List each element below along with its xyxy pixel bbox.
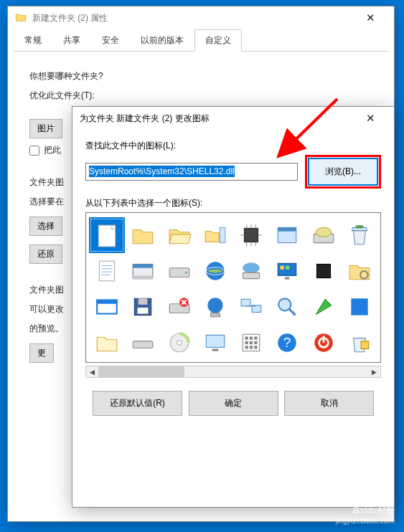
icon-black-box[interactable]	[306, 253, 342, 289]
icon-drive[interactable]	[161, 253, 197, 289]
svg-rect-33	[286, 266, 289, 270]
icon-magnifier[interactable]	[269, 289, 305, 325]
icon-network-computers[interactable]	[233, 289, 269, 325]
ok-button[interactable]: 确定	[189, 391, 278, 416]
svg-point-26	[185, 272, 187, 274]
svg-rect-13	[278, 227, 297, 231]
scroll-right-icon[interactable]: ►	[368, 366, 380, 377]
properties-title-bar: 新建文件夹 (2) 属性 ✕	[8, 6, 394, 29]
icon-drive-flat[interactable]	[125, 325, 161, 361]
icon-tree-open[interactable]	[197, 217, 233, 253]
svg-rect-65	[250, 346, 253, 348]
icon-cloud-drive[interactable]	[233, 253, 269, 289]
icon-floppy[interactable]	[125, 289, 161, 325]
select-icon-label: 从以下列表中选择一个图标(S):	[85, 197, 381, 209]
svg-rect-30	[243, 272, 259, 279]
tab-security[interactable]: 安全	[91, 29, 130, 52]
change-icon-button[interactable]: 更	[29, 343, 54, 363]
change-icon-dialog: 为文件夹 新建文件夹 (2) 更改图标 ✕ 查找此文件中的图标(L): Syst…	[72, 106, 395, 508]
svg-rect-16	[356, 225, 364, 228]
icon-window-blue[interactable]	[89, 289, 125, 325]
optimize-label: 优化此文件夹(T):	[29, 90, 372, 102]
svg-rect-38	[97, 300, 117, 303]
svg-rect-60	[254, 337, 257, 340]
icon-blank-page[interactable]	[89, 217, 125, 253]
apply-checkbox-label: 把此	[44, 144, 61, 156]
svg-rect-63	[254, 341, 257, 344]
close-icon: ✕	[366, 11, 375, 24]
icon-drive-cd[interactable]	[306, 217, 342, 253]
cancel-button[interactable]: 取消	[284, 391, 374, 416]
properties-title: 新建文件夹 (2) 属性	[32, 12, 108, 24]
icon-drive-x[interactable]	[161, 289, 197, 325]
scroll-left-icon[interactable]: ◄	[86, 366, 98, 377]
icon-recycle-chip[interactable]	[342, 325, 377, 361]
svg-rect-59	[250, 337, 253, 340]
close-button[interactable]: ✕	[354, 108, 387, 129]
svg-point-15	[316, 227, 331, 237]
close-button[interactable]: ✕	[354, 7, 387, 29]
icon-path-input[interactable]: SystemRoot%\System32\SHELL32.dll	[85, 163, 298, 181]
watermark: Baidu经验 jingyan.baidu.com	[336, 505, 394, 525]
close-icon: ✕	[366, 112, 375, 125]
icon-blue-blank[interactable]	[342, 289, 377, 325]
icon-exe-window[interactable]	[125, 253, 161, 289]
image-button[interactable]: 图片	[29, 119, 62, 138]
svg-rect-23	[133, 264, 154, 267]
svg-line-50	[290, 309, 296, 315]
icon-folder-open[interactable]	[161, 217, 197, 253]
icon-display-apps[interactable]	[269, 253, 305, 289]
svg-rect-41	[138, 308, 149, 314]
icon-document-text[interactable]	[89, 253, 125, 289]
icon-list-scrollbar[interactable]: ◄ ►	[85, 366, 381, 378]
icon-path-value: SystemRoot%\System32\SHELL32.dll	[89, 166, 235, 177]
change-icon-title-bar: 为文件夹 新建文件夹 (2) 更改图标 ✕	[72, 107, 394, 130]
folder-icon	[15, 11, 32, 25]
svg-point-29	[243, 262, 259, 273]
lookup-label: 查找此文件中的图标(L):	[85, 140, 381, 152]
icon-keypad[interactable]	[233, 325, 269, 361]
icon-folder-empty[interactable]	[89, 325, 125, 361]
svg-point-44	[207, 298, 222, 313]
tab-general[interactable]: 常规	[14, 29, 52, 52]
browse-button[interactable]: 浏览(B)...	[308, 158, 378, 186]
svg-rect-66	[254, 346, 257, 348]
svg-rect-17	[100, 261, 115, 281]
svg-rect-62	[250, 341, 253, 344]
icon-network-globe[interactable]	[197, 289, 233, 325]
tab-previous-versions[interactable]: 以前的版本	[130, 29, 194, 52]
restore-default-button[interactable]: 还原默认值(R)	[93, 391, 182, 416]
svg-rect-2	[220, 227, 225, 242]
svg-rect-46	[241, 299, 250, 306]
choose-file-button[interactable]: 选择	[29, 217, 62, 236]
svg-rect-45	[211, 313, 220, 317]
browse-highlight: 浏览(B)...	[305, 155, 381, 189]
tab-sharing[interactable]: 共享	[52, 29, 91, 52]
icon-help-question[interactable]: ?	[269, 325, 305, 361]
icon-help-arrow[interactable]	[306, 289, 342, 325]
icon-recycle-full[interactable]	[342, 217, 377, 253]
icon-monitor[interactable]	[197, 325, 233, 361]
svg-rect-3	[245, 228, 258, 242]
icon-cd-disc[interactable]	[161, 325, 197, 361]
svg-rect-61	[245, 341, 248, 344]
icon-folder-gear[interactable]	[342, 253, 377, 289]
svg-rect-40	[138, 298, 148, 305]
icon-chip[interactable]	[233, 217, 269, 253]
icon-power-off[interactable]	[306, 325, 342, 361]
properties-tabs: 常规 共享 安全 以前的版本 自定义	[14, 29, 388, 52]
svg-rect-34	[285, 277, 289, 280]
icon-app-window[interactable]	[269, 217, 305, 253]
icon-internet-globe[interactable]	[197, 253, 233, 289]
svg-rect-51	[351, 298, 367, 315]
svg-rect-24	[133, 275, 154, 279]
icon-list[interactable]: ?	[85, 212, 381, 363]
apply-checkbox[interactable]	[29, 146, 39, 156]
watermark-line1: Baidu经验	[336, 505, 394, 517]
svg-rect-35	[316, 264, 330, 277]
scroll-thumb[interactable]	[98, 366, 184, 377]
restore-button[interactable]: 还原	[29, 244, 62, 264]
tab-customize[interactable]: 自定义	[194, 29, 242, 52]
icon-folder[interactable]	[125, 217, 161, 253]
svg-point-54	[177, 341, 181, 345]
